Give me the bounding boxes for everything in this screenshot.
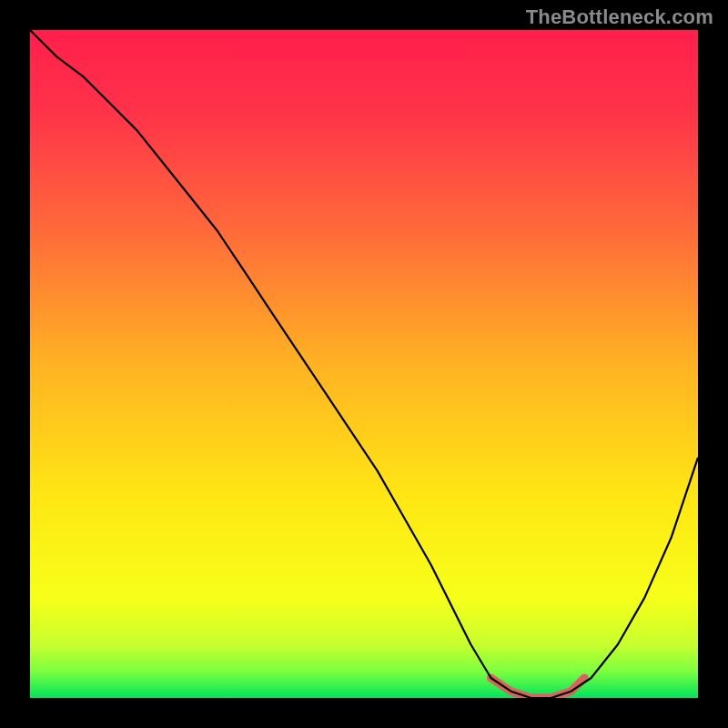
curve-layer xyxy=(30,30,698,698)
bottleneck-curve xyxy=(30,30,698,698)
watermark-text: TheBottleneck.com xyxy=(526,5,713,29)
chart-frame: TheBottleneck.com xyxy=(0,0,728,728)
plot-area xyxy=(30,30,698,698)
